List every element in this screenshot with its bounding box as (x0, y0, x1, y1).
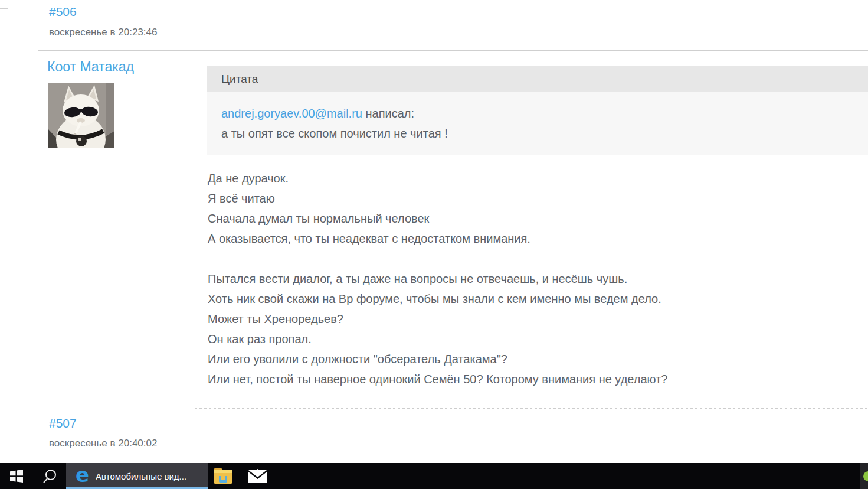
file-explorer-icon (214, 468, 232, 484)
start-button[interactable] (0, 463, 33, 489)
taskbar-empty-area (277, 463, 860, 489)
search-icon (42, 469, 57, 484)
taskbar-partial-app-button[interactable] (860, 463, 868, 489)
message-line: Или его уволили с должности "обсератель … (208, 349, 667, 369)
message-line: А оказывается, что ты неадекват с недост… (208, 229, 667, 249)
edge-window-title: Автомобильные вид... (96, 471, 186, 481)
post-timestamp-506: воскресенье в 20:23:46 (49, 27, 157, 38)
quoted-text: а ты опят все скопом почистил не читая ! (221, 123, 854, 144)
green-app-icon (863, 471, 868, 481)
message-line: Пытался вести диалог, а ты даже на вопро… (208, 269, 667, 289)
post-header-separator (38, 50, 868, 51)
quote-title: Цитата (207, 66, 868, 92)
quote-attribution-line: andrej.goryaev.00@mail.ru написал: (221, 103, 854, 123)
taskbar-edge-window-button[interactable]: e Автомобильные вид... (66, 463, 208, 489)
taskbar: e Автомобильные вид... (0, 463, 868, 489)
message-line: Может ты Хреноредьев? (208, 309, 667, 329)
message-line: Да не дурачок. (208, 168, 667, 188)
edge-browser-icon: e (76, 465, 89, 485)
cat-avatar-image (48, 83, 114, 148)
active-window-underline (66, 487, 208, 489)
post-bottom-separator (195, 408, 868, 409)
post-timestamp-507: воскресенье в 20:40:02 (49, 438, 157, 449)
message-line: Я всё читаю (208, 188, 667, 208)
forum-page: #506 воскресенье в 20:23:46 Коот Матакад (0, 0, 868, 489)
post-number-link-506[interactable]: #506 (49, 5, 77, 19)
file-explorer-button[interactable] (208, 463, 238, 489)
post-message: Да не дурачок. Я всё читаю Сначала думал… (208, 168, 667, 389)
mail-button[interactable] (238, 463, 277, 489)
message-line-blank (208, 249, 667, 269)
quote-body: andrej.goryaev.00@mail.ru написал: а ты … (207, 92, 868, 155)
user-avatar[interactable] (48, 83, 114, 148)
mail-icon (248, 469, 267, 483)
message-line: Хоть ник свой скажи на Вр форуме, чтобы … (208, 289, 667, 309)
message-line: Сначала думал ты нормальный человек (208, 208, 667, 229)
taskbar-search-button[interactable] (33, 463, 66, 489)
quote-block: Цитата andrej.goryaev.00@mail.ru написал… (207, 66, 868, 155)
quote-attribution-suffix: написал: (362, 107, 414, 120)
post-number-link-507[interactable]: #507 (49, 416, 77, 431)
author-username-link[interactable]: Коот Матакад (47, 59, 134, 75)
quoted-email-link[interactable]: andrej.goryaev.00@mail.ru (221, 107, 362, 120)
windows-logo-icon (10, 470, 23, 483)
message-line: Он как раз пропал. (208, 329, 667, 349)
top-border-fragment (0, 8, 8, 9)
message-line: Или нет, постой ты наверное одинокий Сем… (208, 369, 667, 389)
